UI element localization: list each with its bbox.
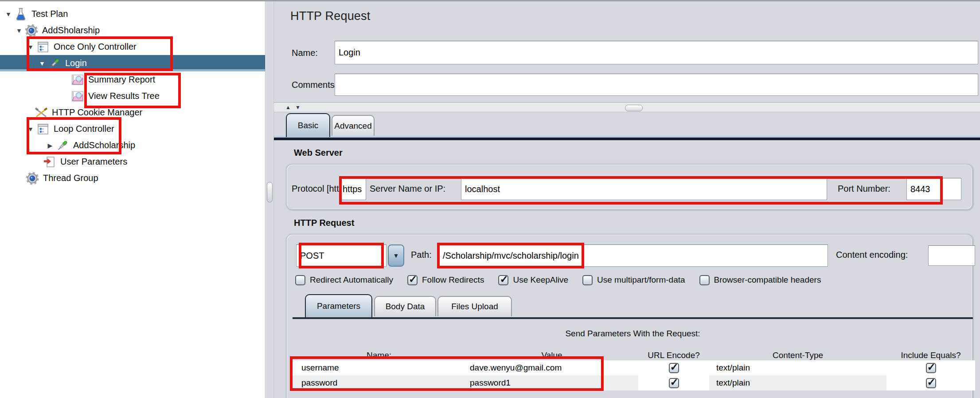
comments-label: Comments: (292, 80, 337, 90)
redirect-automatically-checkbox[interactable] (295, 275, 305, 285)
tab-parameters-label: Parameters (317, 301, 360, 311)
parameter-row-password[interactable]: password password1 text/plain (293, 375, 975, 390)
tree-item-view-results-tree[interactable]: View Results Tree (0, 88, 265, 104)
tree-item-addscholarship-sampler[interactable]: ▶ AddScholarship (0, 137, 265, 154)
url-encode-checkbox[interactable] (669, 378, 679, 388)
param-name-cell[interactable]: username (293, 360, 465, 375)
tree-item-label: View Results Tree (88, 91, 160, 101)
param-content-type-cell[interactable]: text/plain (709, 375, 886, 390)
tree-item-http-cookie-manager[interactable]: HTTP Cookie Manager (0, 104, 265, 121)
param-value-cell[interactable]: dave.wenyu@gmail.com (465, 360, 638, 375)
tab-body-data[interactable]: Body Data (374, 296, 436, 316)
tab-parameters[interactable]: Parameters (305, 294, 372, 317)
protocol-input[interactable] (340, 178, 366, 200)
column-header-name[interactable]: Name: (293, 350, 465, 361)
tree-item-label: Test Plan (31, 9, 68, 19)
use-multipart-checkbox[interactable] (582, 275, 593, 285)
expand-arrow-icon[interactable]: ▼ (3, 11, 14, 18)
tree-item-label: Login (65, 58, 87, 68)
tree-item-summary-report[interactable]: Summary Report (0, 71, 265, 88)
follow-redirects-label: Follow Redirects (422, 275, 484, 285)
splitter-collapse-down-icon[interactable]: ▼ (295, 104, 301, 110)
column-header-value[interactable]: Value (465, 350, 638, 361)
include-equals-checkbox[interactable] (926, 363, 936, 373)
content-encoding-input[interactable] (928, 245, 975, 266)
param-url-encode-cell (638, 360, 709, 375)
follow-redirects-checkbox[interactable] (407, 275, 418, 285)
server-name-label: Server Name or IP: (370, 184, 445, 194)
thread-group-gear-icon (25, 24, 38, 37)
param-url-encode-cell (638, 375, 709, 390)
use-keepalive-checkbox[interactable] (498, 275, 508, 285)
listener-chart-icon (71, 73, 84, 87)
tree-item-login-selected[interactable]: ▼ Login (0, 55, 265, 71)
tree-item-label: Summary Report (88, 75, 155, 85)
param-value-cell[interactable]: password1 (465, 375, 638, 390)
port-number-input[interactable] (906, 178, 961, 200)
header-splitter[interactable]: ▲ ▼ (274, 102, 980, 112)
web-server-section-title: Web Server (294, 148, 343, 158)
tab-files-upload-label: Files Upload (451, 302, 498, 311)
tree-item-addsholarship[interactable]: ▼ AddSholarship (0, 22, 265, 39)
tree-item-user-parameters[interactable]: User Parameters (0, 154, 265, 170)
include-equals-checkbox[interactable] (926, 378, 936, 388)
column-header-content-type[interactable]: Content-Type (709, 350, 886, 361)
browser-compatible-headers-label: Browser-compatible headers (714, 275, 821, 285)
path-input[interactable] (439, 244, 828, 267)
path-label: Path: (411, 250, 432, 260)
tree-item-label: HTTP Cookie Manager (52, 107, 142, 118)
server-name-input[interactable] (461, 178, 827, 200)
splitter-grip[interactable] (625, 105, 643, 111)
param-include-equals-cell (886, 360, 975, 375)
tab-content-border (274, 136, 980, 140)
url-encode-checkbox[interactable] (669, 363, 679, 373)
jmeter-window: { "icons": { "expand_down": "▼", "expand… (0, 0, 980, 398)
tree-item-label: Thread Group (43, 173, 98, 183)
name-input[interactable] (335, 41, 978, 64)
http-sampler-icon (56, 139, 69, 152)
cookie-manager-icon (35, 106, 48, 119)
tree-item-loop-controller[interactable]: ▼ Loop Controller (0, 121, 265, 137)
expand-arrow-icon[interactable]: ▼ (25, 126, 36, 133)
param-include-equals-cell (886, 375, 975, 390)
expand-arrow-icon[interactable]: ▼ (36, 60, 48, 67)
method-combo-input[interactable] (296, 244, 387, 267)
tree-panel-splitter[interactable] (265, 1, 274, 398)
controller-icon (36, 40, 50, 54)
parameter-row-username[interactable]: username dave.wenyu@gmail.com text/plain (293, 360, 975, 375)
splitter-grip[interactable] (267, 182, 273, 202)
splitter-collapse-up-icon[interactable]: ▲ (285, 104, 291, 110)
expand-arrow-icon[interactable]: ▼ (13, 27, 25, 34)
param-content-type-cell[interactable]: text/plain (709, 360, 886, 375)
tab-basic-label: Basic (298, 121, 318, 130)
expand-arrow-icon[interactable]: ▼ (25, 43, 36, 51)
tab-files-upload[interactable]: Files Upload (437, 296, 512, 316)
parameters-table-header: Name: Value URL Encode? Content-Type Inc… (293, 350, 975, 361)
name-label: Name: (292, 48, 318, 58)
tab-advanced[interactable]: Advanced (332, 115, 375, 136)
tab-basic[interactable]: Basic (286, 113, 330, 137)
tree-item-label: Once Only Controller (54, 42, 137, 52)
content-encoding-label: Content encoding: (836, 250, 908, 260)
listener-chart-icon (71, 90, 84, 103)
param-name-cell[interactable]: password (293, 375, 465, 390)
parameters-tab-border (293, 316, 973, 319)
method-combo-dropdown-button[interactable]: ▼ (388, 244, 404, 267)
element-config-panel: HTTP Request Name: Comments: ▲ ▼ Basic A… (274, 1, 980, 398)
http-request-section-title: HTTP Request (294, 218, 354, 228)
tree-item-thread-group[interactable]: Thread Group (0, 170, 265, 186)
http-sampler-icon (48, 57, 61, 70)
port-number-label: Port Number: (838, 184, 890, 194)
tree-item-once-only-controller[interactable]: ▼ Once Only Controller (0, 39, 265, 55)
test-plan-tree: ▼ Test Plan ▼ AddSholarship ▼ (0, 1, 265, 398)
column-header-url-encode[interactable]: URL Encode? (638, 350, 709, 361)
collapsed-arrow-icon[interactable]: ▶ (44, 142, 56, 149)
browser-compatible-headers-checkbox[interactable] (699, 275, 710, 285)
comments-input[interactable] (335, 74, 978, 96)
column-header-include-equals[interactable]: Include Equals? (886, 350, 975, 361)
tree-item-test-plan[interactable]: ▼ Test Plan (0, 6, 265, 22)
test-plan-flask-icon (14, 8, 27, 21)
tab-advanced-label: Advanced (334, 121, 372, 131)
request-options-row: Redirect Automatically Follow Redirects … (295, 273, 821, 287)
thread-group-gear-icon (26, 172, 39, 185)
